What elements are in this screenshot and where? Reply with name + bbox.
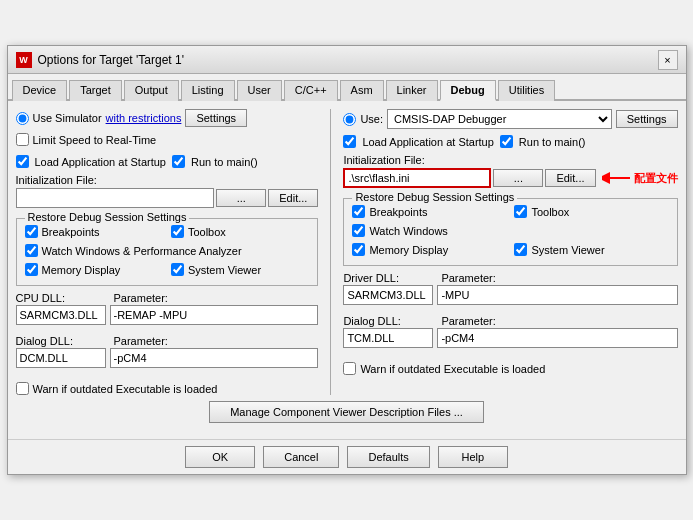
debugger-select[interactable]: CMSIS-DAP Debugger bbox=[387, 109, 612, 129]
manage-button[interactable]: Manage Component Viewer Description File… bbox=[209, 401, 484, 423]
right-restore-group: Restore Debug Session Settings Breakpoin… bbox=[343, 198, 677, 266]
right-watch-checkbox[interactable] bbox=[352, 224, 365, 237]
ok-button[interactable]: OK bbox=[185, 446, 255, 468]
left-edit-button[interactable]: Edit... bbox=[268, 189, 318, 207]
use-simulator-row: Use Simulator with restrictions Settings bbox=[16, 109, 319, 127]
left-dialog-dll-section: Dialog DLL: Parameter: bbox=[16, 335, 319, 368]
annotation-text: 配置文件 bbox=[634, 171, 678, 186]
right-dialog-dll-input[interactable] bbox=[343, 328, 433, 348]
left-cpu-param-input[interactable] bbox=[110, 305, 319, 325]
main-window: W Options for Target 'Target 1' × Device… bbox=[7, 45, 687, 475]
right-dialog-param-input[interactable] bbox=[437, 328, 677, 348]
right-edit-button[interactable]: Edit... bbox=[545, 169, 595, 187]
cancel-button[interactable]: Cancel bbox=[263, 446, 339, 468]
right-run-to-main-label: Run to main() bbox=[519, 136, 586, 148]
left-browse-button[interactable]: ... bbox=[216, 189, 266, 207]
left-init-file-row: ... Edit... bbox=[16, 188, 319, 208]
right-driver-dll-row bbox=[343, 285, 677, 305]
right-column: Use: CMSIS-DAP Debugger Settings Load Ap… bbox=[343, 109, 677, 395]
left-load-app-label: Load Application at Startup bbox=[35, 156, 166, 168]
right-system-viewer-checkbox[interactable] bbox=[514, 243, 527, 256]
right-driver-param-input[interactable] bbox=[437, 285, 677, 305]
tab-utilities[interactable]: Utilities bbox=[498, 80, 555, 101]
tab-asm[interactable]: Asm bbox=[340, 80, 384, 101]
left-load-app-checkbox[interactable] bbox=[16, 155, 29, 168]
right-run-to-main-checkbox[interactable] bbox=[500, 135, 513, 148]
tab-bar: Device Target Output Listing User C/C++ … bbox=[8, 74, 686, 101]
left-cpu-param-label: Parameter: bbox=[114, 292, 168, 304]
limit-speed-checkbox[interactable] bbox=[16, 133, 29, 146]
tab-listing[interactable]: Listing bbox=[181, 80, 235, 101]
manage-btn-row: Manage Component Viewer Description File… bbox=[16, 401, 678, 423]
tab-target[interactable]: Target bbox=[69, 80, 122, 101]
left-restore-group: Restore Debug Session Settings Breakpoin… bbox=[16, 218, 319, 286]
tab-device[interactable]: Device bbox=[12, 80, 68, 101]
left-warn-label: Warn if outdated Executable is loaded bbox=[33, 383, 218, 395]
use-label: Use: bbox=[360, 113, 383, 125]
left-dialog-dll-row bbox=[16, 348, 319, 368]
right-breakpoints-checkbox[interactable] bbox=[352, 205, 365, 218]
right-driver-dll-input[interactable] bbox=[343, 285, 433, 305]
use-debugger-row: Use: CMSIS-DAP Debugger Settings bbox=[343, 109, 677, 129]
left-run-to-main-label: Run to main() bbox=[191, 156, 258, 168]
left-init-file-input[interactable] bbox=[16, 188, 215, 208]
with-restrictions-link[interactable]: with restrictions bbox=[106, 112, 182, 124]
left-memory-checkbox[interactable] bbox=[25, 263, 38, 276]
left-dialog-dll-input[interactable] bbox=[16, 348, 106, 368]
right-restore-settings: Breakpoints Toolbox Watch Windows bbox=[352, 205, 668, 259]
left-memory-label: Memory Display bbox=[42, 264, 121, 276]
right-breakpoints-row: Breakpoints bbox=[352, 205, 506, 218]
right-warn-checkbox[interactable] bbox=[343, 362, 356, 375]
right-toolbox-checkbox[interactable] bbox=[514, 205, 527, 218]
right-toolbox-label: Toolbox bbox=[531, 206, 569, 218]
right-breakpoints-label: Breakpoints bbox=[369, 206, 427, 218]
left-toolbox-row: Toolbox bbox=[171, 225, 309, 238]
right-load-app-checkbox[interactable] bbox=[343, 135, 356, 148]
right-init-file-input[interactable] bbox=[343, 168, 491, 188]
left-restore-group-title: Restore Debug Session Settings bbox=[25, 211, 190, 223]
load-run-row: Load Application at Startup Run to main(… bbox=[16, 155, 319, 168]
left-system-viewer-checkbox[interactable] bbox=[171, 263, 184, 276]
left-breakpoints-checkbox[interactable] bbox=[25, 225, 38, 238]
right-init-file-section: Initialization File: ... Edit... 配置文件 bbox=[343, 154, 677, 188]
right-watch-row: Watch Windows bbox=[352, 224, 506, 237]
right-driver-dll-label: Driver DLL: bbox=[343, 272, 433, 284]
tab-output[interactable]: Output bbox=[124, 80, 179, 101]
left-cpu-dll-label: CPU DLL: bbox=[16, 292, 106, 304]
left-settings-button[interactable]: Settings bbox=[185, 109, 247, 127]
left-cpu-dll-input[interactable] bbox=[16, 305, 106, 325]
left-toolbox-checkbox[interactable] bbox=[171, 225, 184, 238]
tab-user[interactable]: User bbox=[237, 80, 282, 101]
use-simulator-radio[interactable] bbox=[16, 112, 29, 125]
left-init-file-label: Initialization File: bbox=[16, 174, 319, 186]
left-system-viewer-label: System Viewer bbox=[188, 264, 261, 276]
columns: Use Simulator with restrictions Settings… bbox=[16, 109, 678, 395]
right-system-viewer-label: System Viewer bbox=[531, 244, 604, 256]
left-run-to-main-checkbox[interactable] bbox=[172, 155, 185, 168]
use-debugger-radio[interactable] bbox=[343, 113, 356, 126]
column-divider bbox=[330, 109, 331, 395]
left-dialog-param-input[interactable] bbox=[110, 348, 319, 368]
footer-buttons: OK Cancel Defaults Help bbox=[8, 439, 686, 474]
title-bar: W Options for Target 'Target 1' × bbox=[8, 46, 686, 74]
close-button[interactable]: × bbox=[658, 50, 678, 70]
defaults-button[interactable]: Defaults bbox=[347, 446, 429, 468]
app-icon: W bbox=[16, 52, 32, 68]
right-memory-label: Memory Display bbox=[369, 244, 448, 256]
right-dialog-dll-section: Dialog DLL: Parameter: bbox=[343, 315, 677, 348]
annotation-arrow-icon bbox=[602, 170, 632, 186]
right-settings-button[interactable]: Settings bbox=[616, 110, 678, 128]
right-memory-checkbox[interactable] bbox=[352, 243, 365, 256]
tab-linker[interactable]: Linker bbox=[386, 80, 438, 101]
right-load-app-label: Load Application at Startup bbox=[362, 136, 493, 148]
right-load-run-row: Load Application at Startup Run to main(… bbox=[343, 135, 677, 148]
tab-debug[interactable]: Debug bbox=[440, 80, 496, 101]
right-browse-button[interactable]: ... bbox=[493, 169, 543, 187]
left-watch-checkbox[interactable] bbox=[25, 244, 38, 257]
right-dialog-dll-label: Dialog DLL: bbox=[343, 315, 433, 327]
limit-speed-label: Limit Speed to Real-Time bbox=[33, 134, 157, 146]
help-button[interactable]: Help bbox=[438, 446, 508, 468]
right-driver-dll-section: Driver DLL: Parameter: bbox=[343, 272, 677, 305]
left-warn-checkbox[interactable] bbox=[16, 382, 29, 395]
tab-cpp[interactable]: C/C++ bbox=[284, 80, 338, 101]
